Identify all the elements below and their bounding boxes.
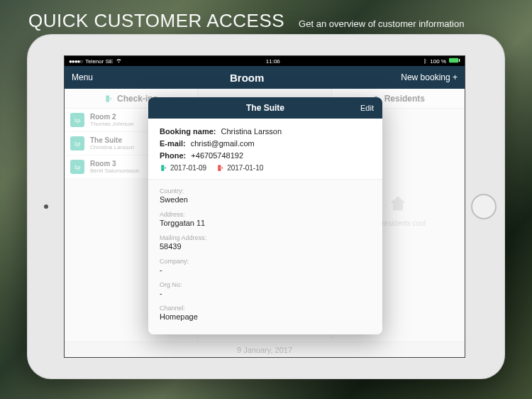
- clock-label: 11:06: [266, 58, 280, 65]
- checkin-date: 2017-01-09: [160, 164, 206, 172]
- phone-label: Phone:: [160, 151, 186, 160]
- phone-row: Phone: +46705748192: [160, 151, 371, 160]
- promo-title: QUICK CUSTOMER ACCESS: [28, 10, 284, 32]
- navbar: Menu Broom New booking +: [65, 66, 465, 89]
- door-out-icon: [216, 164, 224, 172]
- menu-button[interactable]: Menu: [72, 72, 93, 82]
- field-label: Country:: [160, 187, 371, 195]
- field-value: Sweden: [160, 195, 371, 204]
- tablet-camera: [44, 204, 48, 209]
- home-button[interactable]: [471, 194, 497, 219]
- promo-subtitle: Get an overview of customer information: [299, 18, 464, 29]
- new-booking-button[interactable]: New booking +: [401, 72, 458, 82]
- detail-field: Mailing Address:58439: [160, 231, 371, 254]
- wifi-icon: [116, 58, 122, 65]
- svg-rect-0: [449, 58, 458, 63]
- detail-field: Company:-: [160, 254, 371, 278]
- checkin-date-value: 2017-01-09: [170, 164, 206, 172]
- checkout-date: 2017-01-10: [216, 164, 263, 172]
- booking-name-value: Christina Larsson: [221, 127, 282, 136]
- field-value: -: [160, 289, 371, 297]
- field-label: Channel:: [160, 305, 371, 312]
- status-bar: ●●●●○ Telenor SE 11:06 ᛒ 100 %: [65, 56, 465, 66]
- field-label: Address:: [160, 211, 371, 218]
- carrier-label: Telenor SE: [85, 58, 113, 65]
- email-label: E-mail:: [160, 139, 186, 148]
- email-row: E-mail: christi@gmail.com: [160, 139, 371, 148]
- field-label: Org No:: [160, 281, 371, 288]
- tablet-frame: ●●●●○ Telenor SE 11:06 ᛒ 100 % Menu: [27, 34, 505, 379]
- detail-field: Channel:Homepage: [160, 301, 371, 324]
- promo-banner: QUICK CUSTOMER ACCESS Get an overview of…: [28, 10, 504, 32]
- modal-header: The Suite Edit: [148, 97, 382, 119]
- modal-title: The Suite: [246, 103, 284, 113]
- edit-button[interactable]: Edit: [360, 104, 374, 112]
- svg-rect-1: [459, 59, 460, 62]
- field-label: Mailing Address:: [160, 234, 371, 241]
- booking-detail-modal: The Suite Edit Booking name: Christina L…: [148, 97, 382, 334]
- field-value: Torggatan 11: [160, 219, 371, 227]
- app-screen: ●●●●○ Telenor SE 11:06 ᛒ 100 % Menu: [64, 55, 465, 358]
- detail-field: Org No:-: [160, 278, 371, 301]
- field-value: 58439: [160, 242, 371, 251]
- signal-icon: ●●●●○: [69, 58, 82, 65]
- phone-value: +46705748192: [191, 151, 243, 160]
- detail-field: Address:Torggatan 11: [160, 207, 371, 231]
- bluetooth-icon: ᛒ: [423, 58, 427, 65]
- app-title: Broom: [230, 72, 264, 84]
- checkout-date-value: 2017-01-10: [227, 164, 263, 172]
- battery-label: 100 %: [430, 58, 446, 65]
- field-value: Homepage: [160, 312, 371, 321]
- detail-field: Country:Sweden: [160, 184, 371, 207]
- field-value: -: [160, 266, 371, 274]
- booking-name-row: Booking name: Christina Larsson: [160, 127, 371, 136]
- email-value: christi@gmail.com: [191, 139, 255, 148]
- booking-name-label: Booking name:: [160, 127, 216, 136]
- battery-icon: [449, 58, 460, 65]
- door-in-icon: [160, 164, 167, 172]
- field-label: Company:: [160, 258, 371, 265]
